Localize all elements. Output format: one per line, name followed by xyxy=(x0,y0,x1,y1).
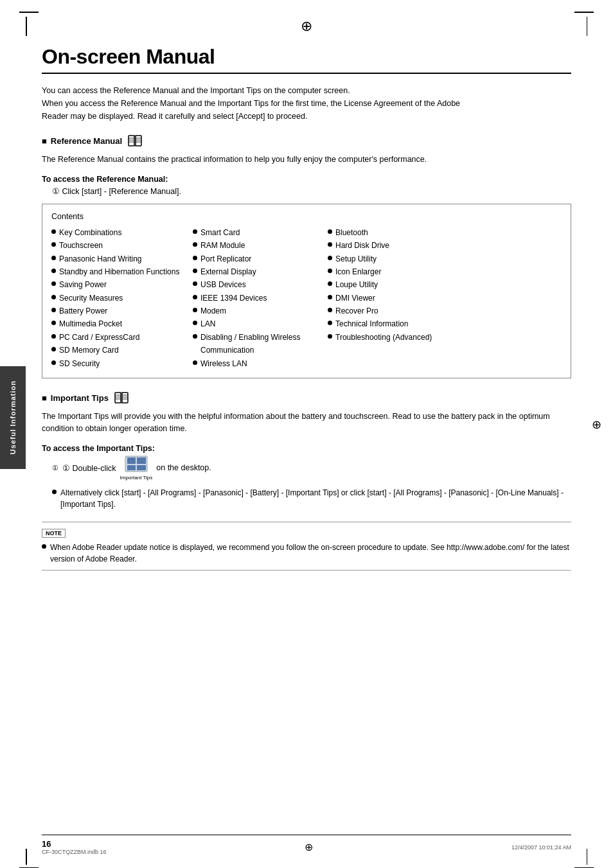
list-item: Key Combinations xyxy=(51,226,186,239)
right-registration-mark: ⊕ xyxy=(592,418,601,432)
double-click-instruction: ① ① Double-click Important Tips on the d… xyxy=(52,456,571,481)
list-item: Loupe Utility xyxy=(328,278,450,291)
contents-label: Contents xyxy=(51,212,562,221)
list-item: Disabling / Enabling Wireless Communicat… xyxy=(193,331,321,357)
list-item: Panasonic Hand Writing xyxy=(51,252,186,265)
note-section: NOTE When Adobe Reader update notice is … xyxy=(42,522,571,571)
title-underline xyxy=(42,73,571,74)
list-item: Troubleshooting (Advanced) xyxy=(328,331,450,344)
svg-rect-21 xyxy=(127,457,136,464)
note-label: NOTE xyxy=(42,529,66,538)
list-item: Recover Pro xyxy=(328,305,450,317)
svg-rect-24 xyxy=(137,465,146,470)
note-text: When Adobe Reader update notice is displ… xyxy=(50,542,571,565)
book-icon-2 xyxy=(114,391,129,404)
list-item: LAN xyxy=(193,317,321,330)
reference-manual-header: ■ Reference Manual xyxy=(42,134,571,147)
double-click-text: ① Double-click xyxy=(62,463,116,473)
list-item: Modem xyxy=(193,305,321,317)
list-item: Touchscreen xyxy=(51,239,186,252)
svg-rect-1 xyxy=(136,136,141,146)
important-tips-desktop-icon: Important Tips xyxy=(120,456,153,481)
list-item: IEEE 1394 Devices xyxy=(193,292,321,305)
alternatively-text: Alternatively click [start] - [All Progr… xyxy=(60,487,571,510)
svg-rect-22 xyxy=(137,457,146,464)
intro-text: You can access the Reference Manual and … xyxy=(42,84,571,123)
main-content: On-screen Manual You can access the Refe… xyxy=(0,39,613,596)
list-item: SD Memory Card xyxy=(51,344,186,357)
svg-rect-10 xyxy=(115,393,121,403)
list-item: Bluetooth xyxy=(328,226,450,239)
list-item: DMI Viewer xyxy=(328,292,450,305)
section-prefix-2: ■ xyxy=(42,393,47,403)
useful-info-label: Useful Information xyxy=(9,380,17,454)
bottom-marks xyxy=(0,836,613,868)
reference-manual-title: Reference Manual xyxy=(51,136,122,146)
contents-col-3: Bluetooth Hard Disk Drive Setup Utility … xyxy=(328,226,456,370)
list-item: Saving Power xyxy=(51,278,186,291)
note-item: When Adobe Reader update notice is displ… xyxy=(42,542,571,565)
svg-rect-23 xyxy=(127,465,136,470)
list-item: Smart Card xyxy=(193,226,321,239)
important-tips-icon-caption: Important Tips xyxy=(120,475,153,481)
corner-mark-br xyxy=(574,836,594,868)
reference-manual-access-label: To access the Reference Manual: xyxy=(42,175,571,184)
list-item: External Display xyxy=(193,265,321,278)
top-marks: ⊕ xyxy=(0,0,613,39)
list-item: Battery Power xyxy=(51,305,186,317)
contents-grid: Key Combinations Touchscreen Panasonic H… xyxy=(51,226,562,370)
important-tips-section: ■ Important Tips The Important Tips will… xyxy=(42,391,571,510)
important-tips-description: The Important Tips will provide you with… xyxy=(42,411,571,435)
top-center-mark: ⊕ xyxy=(301,18,312,35)
contents-col-2: Smart Card RAM Module Port Replicator Ex… xyxy=(193,226,328,370)
corner-mark-tl xyxy=(19,12,39,36)
section-prefix: ■ xyxy=(42,136,47,146)
important-tips-title: Important Tips xyxy=(51,393,109,403)
bottom-line xyxy=(42,835,571,835)
list-item: Icon Enlarger xyxy=(328,265,450,278)
list-item: Security Measures xyxy=(51,292,186,305)
list-item: Hard Disk Drive xyxy=(328,239,450,252)
useful-info-sidebar: Useful Information xyxy=(0,366,26,469)
list-item: Port Replicator xyxy=(193,252,321,265)
list-item: Technical Information xyxy=(328,317,450,330)
list-item: Multimedia Pocket xyxy=(51,317,186,330)
book-icon xyxy=(127,134,143,147)
svg-rect-0 xyxy=(129,136,134,146)
important-tips-access-label: To access the Important Tips: xyxy=(42,444,571,453)
reference-manual-access-step: ① Click [start] - [Reference Manual]. xyxy=(52,186,571,196)
list-item: PC Card / ExpressCard xyxy=(51,331,186,344)
reference-manual-description: The Reference Manual contains the practi… xyxy=(42,154,571,166)
list-item: Wireless LAN xyxy=(193,357,321,370)
list-item: Standby and Hibernation Functions xyxy=(51,265,186,278)
important-tips-header: ■ Important Tips xyxy=(42,391,571,404)
list-item: RAM Module xyxy=(193,239,321,252)
important-tips-icon-img xyxy=(125,456,148,475)
corner-mark-bl xyxy=(19,836,39,868)
svg-rect-11 xyxy=(122,393,128,403)
contents-col-1: Key Combinations Touchscreen Panasonic H… xyxy=(51,226,193,370)
contents-box: Contents Key Combinations Touchscreen Pa… xyxy=(42,204,571,378)
list-item: USB Devices xyxy=(193,278,321,291)
corner-mark-tr xyxy=(574,12,594,36)
double-click-suffix: on the desktop. xyxy=(156,463,211,472)
page-title: On-screen Manual xyxy=(42,45,571,69)
list-item: Setup Utility xyxy=(328,252,450,265)
page-wrapper: ⊕ Useful Information ⊕ ⊕ On-screen Manua… xyxy=(0,0,613,868)
list-item: SD Security xyxy=(51,357,186,370)
alternatively-item: Alternatively click [start] - [All Progr… xyxy=(52,487,571,510)
